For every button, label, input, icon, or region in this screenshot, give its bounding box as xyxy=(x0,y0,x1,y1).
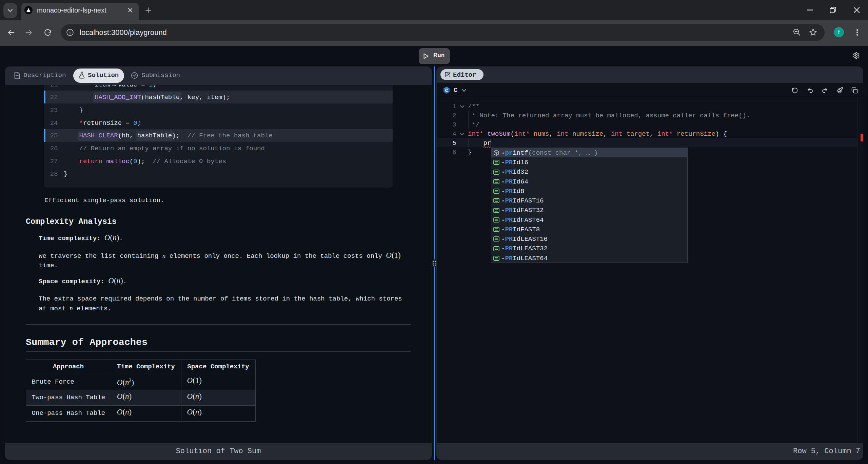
svg-text:C: C xyxy=(445,88,448,93)
